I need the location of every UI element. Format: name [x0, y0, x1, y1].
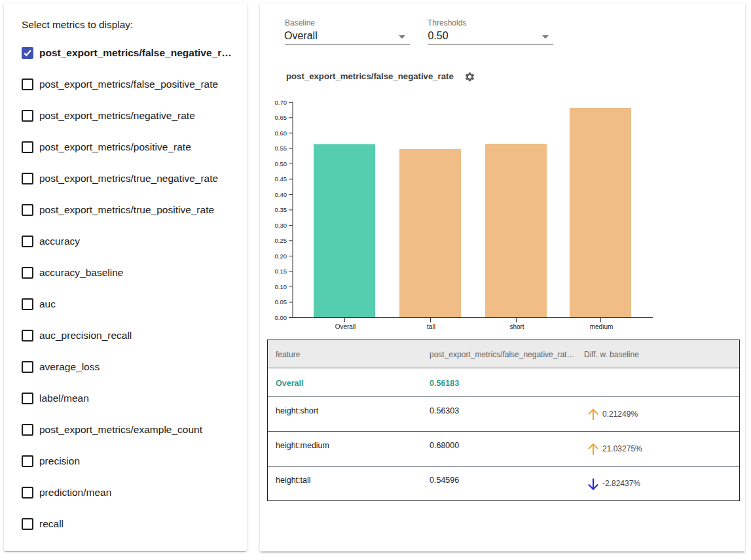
svg-text:0.35: 0.35: [275, 206, 287, 213]
svg-text:0.25: 0.25: [275, 237, 287, 244]
svg-text:0.45: 0.45: [275, 175, 287, 183]
svg-text:0.15: 0.15: [275, 268, 287, 275]
svg-text:medium: medium: [590, 323, 614, 330]
svg-text:0.20: 0.20: [275, 253, 287, 260]
svg-text:tall: tall: [427, 323, 435, 330]
svg-text:0.40: 0.40: [275, 191, 287, 198]
svg-text:0.55: 0.55: [275, 145, 287, 152]
svg-text:0.60: 0.60: [275, 130, 287, 137]
svg-text:0.30: 0.30: [275, 222, 287, 229]
svg-text:Overall: Overall: [335, 323, 356, 330]
svg-text:0.00: 0.00: [275, 314, 287, 321]
svg-text:0.65: 0.65: [275, 114, 287, 121]
svg-text:0.50: 0.50: [275, 160, 287, 167]
svg-text:0.05: 0.05: [275, 298, 287, 306]
svg-text:0.10: 0.10: [275, 283, 287, 290]
svg-text:short: short: [509, 323, 524, 330]
svg-text:0.70: 0.70: [275, 99, 287, 106]
